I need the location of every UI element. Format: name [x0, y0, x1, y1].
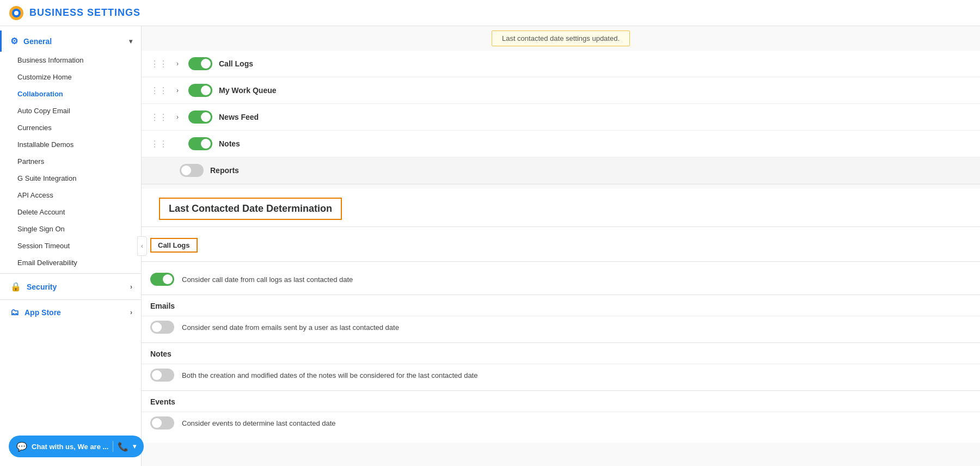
lcd-toggle-text-3: Consider events to determine last contac…	[182, 419, 336, 427]
lcd-toggle-row-0: Consider call date from call logs as las…	[142, 268, 980, 290]
chat-widget[interactable]: 💬 Chat with us, We are ... 📞 ▾	[9, 436, 144, 457]
lcd-section-divider-2	[142, 342, 980, 343]
lcd-toggle-switch-2[interactable]	[150, 369, 174, 382]
sidebar-item-session-timeout[interactable]: Session Timeout	[0, 237, 141, 254]
lcd-toggle-row-2: Both the creation and modified dates of …	[142, 364, 980, 386]
drag-handle-2[interactable]: ⋮⋮	[150, 112, 168, 122]
svg-point-2	[14, 11, 19, 15]
lcd-toggle-row-3: Consider events to determine last contac…	[142, 412, 980, 434]
chevron-right-icon-2: ›	[130, 309, 132, 316]
sidebar-item-g-suite-integration[interactable]: G Suite Integration	[0, 170, 141, 187]
call-logs-badge: Call Logs	[150, 238, 198, 253]
sidebar-section-security[interactable]: 🔒 Security ›	[0, 276, 141, 297]
sidebar-item-single-sign-on[interactable]: Single Sign On	[0, 220, 141, 237]
appstore-icon: 🗂	[10, 308, 19, 317]
toggle-label-1: My Work Queue	[219, 86, 277, 95]
toggle-switch-4[interactable]	[180, 164, 204, 177]
lcd-toggle-switch-0[interactable]	[150, 273, 174, 286]
toggle-switch-1[interactable]	[188, 84, 212, 97]
sidebar-item-installable-demos[interactable]: Installable Demos	[0, 136, 141, 153]
chat-chevron-icon[interactable]: ▾	[133, 443, 136, 450]
lcd-section-divider-1	[142, 295, 980, 295]
lcd-sub-label-1: Emails	[142, 299, 980, 312]
sidebar-security-label: Security	[27, 283, 57, 291]
lcd-section-divider-3	[142, 390, 980, 391]
lcd-title: Last Contacted Date Determination	[159, 198, 342, 220]
drag-handle-1[interactable]: ⋮⋮	[150, 85, 168, 96]
sidebar-appstore-label: App Store	[24, 308, 61, 317]
expand-btn-1[interactable]: ›	[172, 85, 183, 96]
toggle-label-0: Call Logs	[219, 59, 253, 68]
chat-bubble-icon: 💬	[16, 442, 27, 452]
sidebar-item-partners[interactable]: Partners	[0, 153, 141, 170]
sidebar-section-general: ⚙ General ▾ Business InformationCustomiz…	[0, 30, 141, 271]
toggle-switch-0[interactable]	[188, 57, 212, 70]
chevron-right-icon: ›	[130, 283, 132, 291]
sidebar-item-delete-account[interactable]: Delete Account	[0, 204, 141, 220]
toggle-label-3: Notes	[219, 139, 240, 148]
expand-btn-2[interactable]: ›	[172, 112, 183, 122]
sidebar-item-email-deliverability[interactable]: Email Deliverability	[0, 254, 141, 271]
toggle-row-0: ⋮⋮› Call Logs	[142, 51, 980, 77]
sidebar-divider-1	[0, 273, 141, 274]
toggle-row-3: ⋮⋮ Notes	[142, 131, 980, 157]
chevron-down-icon: ▾	[129, 38, 132, 45]
toast-message: Last contacted date settings updated.	[492, 30, 630, 46]
logo-icon	[9, 5, 24, 21]
sidebar-section-appstore[interactable]: 🗂 App Store ›	[0, 302, 141, 323]
sidebar-general-label: General	[23, 37, 52, 46]
general-icon: ⚙	[10, 36, 18, 46]
toggle-rows-section: ⋮⋮› Call Logs⋮⋮› My Work Queue⋮⋮› News F…	[142, 51, 980, 185]
toggle-label-2: News Feed	[219, 113, 259, 121]
page-title: BUSINESS SETTINGS	[29, 7, 140, 19]
sidebar-item-business-information[interactable]: Business Information	[0, 52, 141, 69]
lcd-toggle-switch-1[interactable]	[150, 321, 174, 334]
lcd-divider	[142, 226, 980, 227]
toggle-row-4: Reports	[142, 157, 980, 184]
sidebar: ⚙ General ▾ Business InformationCustomiz…	[0, 26, 142, 466]
security-icon: 🔒	[10, 281, 21, 292]
toggle-row-1: ⋮⋮› My Work Queue	[142, 77, 980, 104]
sidebar-item-auto-copy-email[interactable]: Auto Copy Email	[0, 102, 141, 119]
expand-btn-0[interactable]: ›	[172, 58, 183, 69]
lcd-toggle-text-2: Both the creation and modified dates of …	[182, 371, 477, 379]
sidebar-divider-2	[0, 299, 141, 300]
sidebar-item-customize-home[interactable]: Customize Home	[0, 69, 141, 85]
header: BUSINESS SETTINGS	[0, 0, 980, 26]
toggle-switch-3[interactable]	[188, 137, 212, 150]
drag-handle-0[interactable]: ⋮⋮	[150, 59, 168, 69]
sidebar-item-currencies[interactable]: Currencies	[0, 119, 141, 136]
lcd-toggle-text-1: Consider send date from emails sent by a…	[182, 323, 399, 332]
lcd-toggle-switch-3[interactable]	[150, 416, 174, 430]
lcd-divider-2	[142, 261, 980, 262]
phone-icon[interactable]: 📞	[118, 442, 128, 452]
chat-label: Chat with us, We are ...	[32, 443, 108, 451]
toast-bar: Last contacted date settings updated.	[142, 26, 980, 51]
lcd-sub-label-2: Notes	[142, 347, 980, 360]
sidebar-collapse-button[interactable]: ‹	[137, 236, 147, 256]
sidebar-section-general-header[interactable]: ⚙ General ▾	[0, 30, 141, 52]
toggle-label-4: Reports	[210, 166, 239, 175]
lcd-toggle-row-1: Consider send date from emails sent by a…	[142, 316, 980, 338]
lcd-rows-container: Consider call date from call logs as las…	[142, 268, 980, 434]
toggle-switch-2[interactable]	[188, 111, 212, 124]
sidebar-items-list: Business InformationCustomize HomeCollab…	[0, 52, 141, 271]
lcd-section: Last Contacted Date Determination Call L…	[142, 189, 980, 443]
lcd-sub-label-3: Events	[142, 395, 980, 408]
lcd-toggle-text-0: Consider call date from call logs as las…	[182, 275, 353, 284]
chat-divider	[113, 441, 113, 452]
main-content: Last contacted date settings updated. ⋮⋮…	[142, 26, 980, 466]
sidebar-item-api-access[interactable]: API Access	[0, 187, 141, 204]
drag-handle-3[interactable]: ⋮⋮	[150, 139, 168, 149]
sidebar-item-collaboration[interactable]: Collaboration	[0, 85, 141, 102]
toggle-row-2: ⋮⋮› News Feed	[142, 104, 980, 131]
